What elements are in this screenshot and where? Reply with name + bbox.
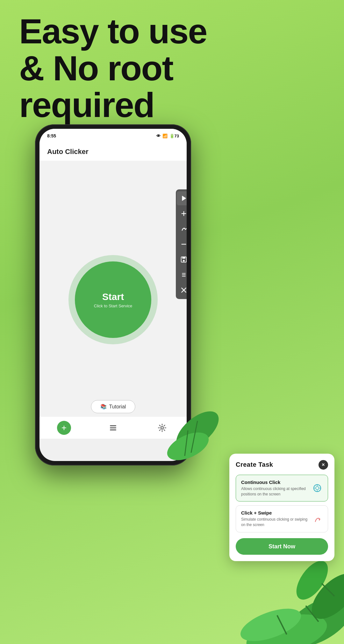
play-toolbar-btn[interactable] — [177, 191, 187, 205]
app-bar: Auto Clicker — [39, 143, 187, 161]
click-swipe-option[interactable]: Click + Swipe Simulate continuous clicki… — [236, 505, 328, 532]
list-toolbar-btn[interactable] — [177, 268, 187, 282]
nav-list-icon — [109, 423, 118, 432]
tutorial-label: Tutorial — [109, 404, 126, 410]
status-bar: 8:55 👁 📶 🔋73 — [39, 129, 187, 143]
click-swipe-text: Click + Swipe Simulate continuous clicki… — [241, 510, 309, 528]
popup-close-button[interactable]: × — [319, 460, 328, 470]
wifi-icon: 📶 — [162, 134, 168, 138]
headline-line2: & No root — [19, 48, 173, 88]
add-toolbar-btn[interactable] — [177, 207, 187, 221]
app-title: Auto Clicker — [47, 148, 89, 156]
close-icon: × — [322, 462, 325, 468]
popup-title: Create Task — [236, 461, 273, 468]
leaf-right-decor — [162, 395, 220, 465]
click-swipe-title: Click + Swipe — [241, 510, 309, 516]
status-time: 8:55 — [47, 133, 56, 138]
continuous-click-desc: Allows continuous clicking at specified … — [241, 486, 309, 497]
save-toolbar-btn[interactable] — [177, 252, 187, 267]
continuous-click-text: Continuous Click Allows continuous click… — [241, 479, 309, 497]
floating-toolbar — [176, 189, 187, 299]
svg-rect-13 — [182, 257, 185, 259]
svg-rect-23 — [110, 425, 116, 426]
headline-line3: required — [19, 85, 154, 124]
start-circle-outer: Start Click to Start Service — [68, 255, 158, 344]
swipe-toolbar-btn[interactable] — [177, 222, 187, 236]
start-label: Start — [102, 291, 124, 302]
continuous-click-option[interactable]: Continuous Click Allows continuous click… — [236, 475, 328, 502]
start-button[interactable]: Start Click to Start Service — [75, 261, 151, 338]
start-now-label: Start Now — [269, 543, 295, 550]
svg-rect-25 — [110, 429, 116, 430]
svg-point-14 — [183, 260, 185, 262]
svg-marker-37 — [319, 518, 320, 521]
start-now-button[interactable]: Start Now — [236, 538, 328, 555]
continuous-click-title: Continuous Click — [241, 479, 309, 485]
svg-rect-24 — [110, 427, 116, 428]
create-task-popup: Create Task × Continuous Click Allows co… — [229, 454, 334, 561]
close-toolbar-btn[interactable] — [177, 283, 187, 297]
tutorial-emoji: 📚 — [100, 404, 107, 410]
battery-icon: 🔋73 — [169, 134, 179, 138]
eye-icon: 👁 — [156, 134, 161, 138]
status-icons: 👁 📶 🔋73 — [156, 134, 179, 138]
nav-add-button[interactable]: + — [57, 421, 71, 435]
nav-add-icon: + — [57, 421, 71, 435]
svg-point-32 — [316, 487, 319, 490]
headline: Easy to use & No root required — [19, 13, 325, 123]
click-swipe-icon — [312, 514, 323, 524]
headline-line1: Easy to use — [19, 11, 207, 51]
minus-toolbar-btn[interactable] — [177, 237, 187, 251]
continuous-click-icon — [312, 483, 323, 494]
popup-header: Create Task × — [236, 460, 328, 470]
nav-list-button[interactable] — [106, 421, 120, 435]
click-swipe-desc: Simulate continuous clicking or swiping … — [241, 517, 309, 528]
start-sublabel: Click to Start Service — [88, 304, 139, 308]
tutorial-button[interactable]: 📚 Tutorial — [91, 400, 135, 413]
svg-marker-8 — [182, 196, 186, 201]
